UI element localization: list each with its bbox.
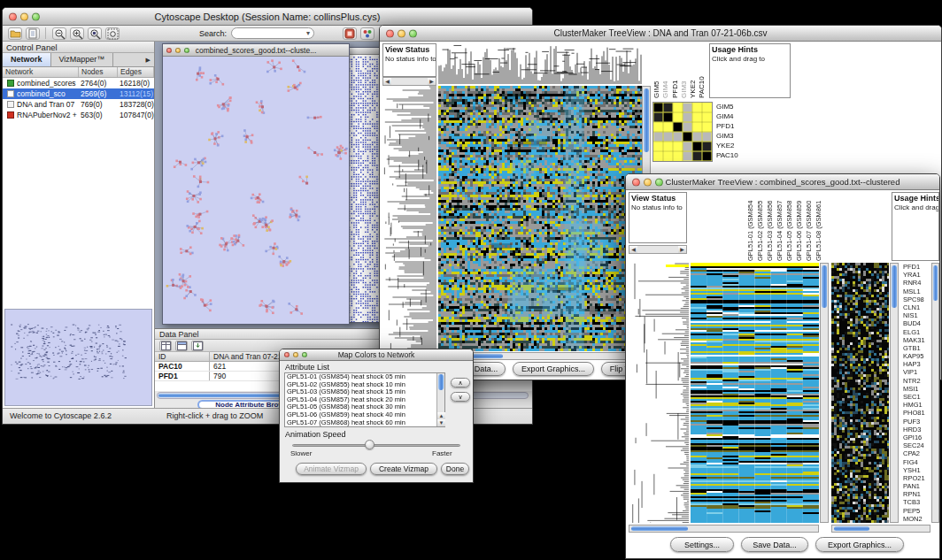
main-hscrollbar[interactable]: [629, 525, 819, 533]
gene-label[interactable]: GIM4: [661, 43, 670, 98]
open-session-icon[interactable]: [8, 27, 22, 40]
scroll-right-icon[interactable]: ▶: [678, 246, 686, 253]
gene-label[interactable]: NTR2: [901, 377, 930, 385]
gene-label[interactable]: GTB1: [901, 344, 930, 352]
gene-label[interactable]: YKE2: [689, 43, 698, 98]
gene-label[interactable]: HAP3: [901, 360, 930, 368]
gene-label[interactable]: HRD3: [901, 426, 930, 433]
create-vizmap-button[interactable]: Create Vizmap: [370, 463, 437, 475]
treeview-dna-titlebar[interactable]: ClusterMaker TreeView : DNA and Tran 07-…: [380, 26, 941, 42]
gene-label[interactable]: PUF3: [901, 418, 930, 426]
save-data-button[interactable]: Save Data...: [741, 537, 808, 552]
gene-label[interactable]: PFD1: [901, 263, 930, 271]
gene-label[interactable]: ELG1: [901, 328, 930, 336]
gene-label[interactable]: PEP5: [901, 507, 930, 515]
zoom-fit-icon[interactable]: [105, 27, 120, 40]
speed-slider-track[interactable]: [292, 444, 460, 447]
scroll-left-icon[interactable]: ◀: [383, 78, 391, 85]
minimize-icon[interactable]: [20, 12, 28, 20]
gene-label[interactable]: SEC24: [901, 441, 930, 449]
attribute-item[interactable]: GPL51-03 (GSM856) heat shock 15 min: [285, 388, 436, 396]
gene-label[interactable]: BUD4: [901, 319, 930, 327]
scrollbar-thumb[interactable]: [834, 526, 869, 531]
minimize-icon[interactable]: [175, 48, 181, 53]
zoom-out-icon[interactable]: [52, 27, 66, 40]
gene-label[interactable]: PAN1: [901, 482, 930, 490]
close-icon[interactable]: [632, 178, 640, 186]
gene-label[interactable]: GIM3: [716, 131, 738, 141]
zoom-in-icon[interactable]: [70, 27, 84, 40]
minimize-icon[interactable]: [644, 178, 652, 186]
network-row[interactable]: DNA and Tran 07 769(0) 183728(0): [3, 99, 154, 110]
gene-label[interactable]: HMG1: [901, 401, 930, 409]
scrollbar-thumb[interactable]: [933, 265, 938, 301]
scroll-up-icon[interactable]: ▲: [437, 412, 445, 419]
gene-label[interactable]: PHO81: [901, 409, 930, 417]
gene-label[interactable]: PFD1: [716, 121, 738, 131]
import-network-icon[interactable]: [26, 27, 40, 40]
column-label[interactable]: GPL51-07 (GSM860: [805, 192, 815, 261]
column-label[interactable]: GPL51-06 (GSM859: [795, 192, 805, 261]
gene-label[interactable]: MON2: [901, 515, 930, 523]
zoom-window-icon[interactable]: [655, 178, 663, 186]
attribute-item[interactable]: GPL51-01 (GSM854) heat shock 05 min: [285, 373, 436, 381]
column-label[interactable]: GPL51-04 (GSM857: [776, 192, 785, 261]
correlation-matrix-canvas[interactable]: [652, 102, 713, 162]
dialog-titlebar[interactable]: Map Colors to Network: [280, 349, 473, 361]
treeview-combined-titlebar[interactable]: ClusterMaker TreeView : combined_scores_…: [626, 174, 939, 190]
column-label[interactable]: GPL51-03 (GSM856: [766, 192, 776, 261]
gene-label[interactable]: GIM5: [716, 102, 738, 111]
export-graphics-button[interactable]: Export Graphics...: [815, 537, 904, 552]
main-titlebar[interactable]: Cytoscape Desktop (Session Name: collins…: [3, 8, 532, 26]
speed-slider-thumb[interactable]: [365, 440, 374, 449]
zoom-window-icon[interactable]: [302, 352, 307, 357]
gene-list-vscrollbar[interactable]: [931, 263, 939, 523]
search-input-box[interactable]: ▾: [231, 27, 314, 39]
network-overview[interactable]: [4, 309, 152, 406]
attribute-item[interactable]: GPL51-06 (GSM859) heat shock 40 min: [285, 411, 436, 419]
done-button[interactable]: Done: [441, 463, 469, 475]
column-edges[interactable]: Edges: [118, 67, 154, 77]
column-label[interactable]: GPL51-05 (GSM858: [785, 192, 795, 261]
column-label[interactable]: GPL51-08 (GSM861: [815, 192, 824, 261]
network-row-selected[interactable]: combined_sco 2569(6) 13112(15): [3, 88, 154, 99]
gene-label[interactable]: NIS1: [901, 311, 930, 319]
gene-label[interactable]: SEC1: [901, 393, 930, 401]
gene-label[interactable]: GPI16: [901, 433, 930, 441]
column-network[interactable]: Network: [3, 67, 79, 77]
zoom-selected-icon[interactable]: [88, 27, 102, 40]
scroll-down-icon[interactable]: ▼: [437, 419, 445, 426]
gene-label[interactable]: GIM4: [716, 111, 738, 121]
view-status-hscrollbar[interactable]: ◀ ▶: [629, 245, 687, 254]
network-window-fragment[interactable]: [346, 47, 382, 323]
fragment-titlebar[interactable]: [347, 48, 381, 55]
secondary-hscrollbar[interactable]: [831, 525, 930, 533]
column-label[interactable]: GPL51-01 (GSM854: [746, 192, 756, 261]
scroll-right-icon[interactable]: ▶: [428, 78, 436, 85]
scrollbar-thumb[interactable]: [438, 374, 444, 390]
gene-label[interactable]: PFD1: [671, 43, 680, 98]
minimize-icon[interactable]: [293, 352, 298, 357]
network-overview-canvas[interactable]: [5, 310, 151, 405]
close-icon[interactable]: [9, 12, 17, 20]
row-dendrogram-canvas[interactable]: [629, 263, 689, 523]
gene-label[interactable]: FIG4: [901, 458, 930, 466]
network-row[interactable]: RNAPuberNov2 + 563(0) 107847(0): [3, 110, 154, 120]
settings-button[interactable]: Settings...: [670, 537, 734, 552]
gene-label[interactable]: YSH1: [901, 466, 930, 474]
close-icon[interactable]: [284, 352, 290, 357]
heatmap-canvas[interactable]: [438, 86, 642, 351]
network-row[interactable]: combined_scores 2764(0) 16218(0): [3, 78, 154, 88]
chevron-down-icon[interactable]: ▾: [306, 29, 310, 37]
gene-label[interactable]: MSL1: [901, 288, 930, 295]
gene-label[interactable]: GIM5: [652, 43, 661, 98]
animate-vizmap-button[interactable]: Animate Vizmap: [296, 463, 367, 475]
gene-label[interactable]: CPA2: [901, 449, 930, 457]
network-view-canvas[interactable]: [347, 55, 381, 322]
tab-network[interactable]: Network: [3, 53, 51, 66]
gene-label[interactable]: RNR4: [901, 279, 930, 287]
close-icon[interactable]: [386, 29, 394, 37]
zoom-window-icon[interactable]: [184, 48, 189, 53]
zoom-window-icon[interactable]: [32, 12, 40, 20]
gene-label[interactable]: MSI1: [901, 385, 930, 393]
